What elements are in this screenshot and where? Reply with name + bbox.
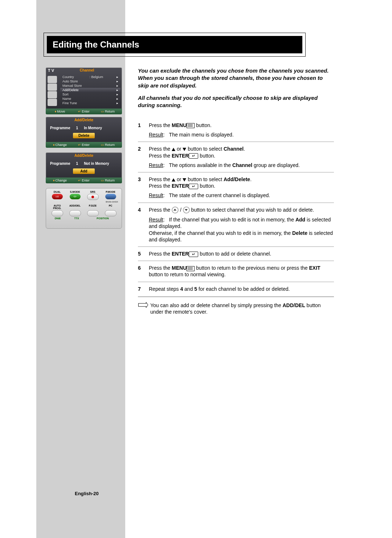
- osd-add-button: Add: [73, 168, 95, 174]
- step-number: 5: [138, 250, 149, 257]
- divider: [138, 282, 334, 282]
- remote-psize-button: [87, 210, 99, 216]
- step-number: 7: [138, 286, 149, 292]
- osd-row-adddelete: Add/Delete▸: [60, 88, 121, 92]
- osd-dialog-title: Add/Delete: [46, 117, 122, 123]
- osd-row-name: Name▸: [60, 97, 121, 101]
- remote-pc-button: [105, 210, 117, 216]
- osd-channel-menu: T VChannel Country: Belgium▸ Auto Store▸…: [46, 68, 122, 114]
- up-arrow-icon: [172, 178, 175, 182]
- osd-tv-label: T V: [48, 68, 54, 73]
- osd-row-sort: Sort▸: [60, 92, 121, 97]
- remote-label-pc: PC: [103, 204, 118, 209]
- step-number: 3: [138, 176, 149, 199]
- enter-icon: [189, 252, 198, 257]
- divider: [138, 172, 334, 172]
- menu-icon: [187, 266, 195, 271]
- result-text: The main menu is displayed.: [169, 132, 234, 138]
- osd-channel-icon: [48, 91, 57, 98]
- enter-icon: [189, 153, 198, 159]
- osd-delete-button: Delete: [73, 133, 95, 138]
- osd-dialog-title: Add/Delete: [46, 152, 122, 159]
- osd-footer: ♦Change ↵Enter ▭Return: [46, 178, 122, 183]
- intro-para-2: All channels that you do not specificall…: [138, 94, 334, 109]
- step-7: 7 Repeat steps 4 and 5 for each channel …: [138, 284, 334, 294]
- channel-up-icon: [172, 207, 179, 213]
- osd-sound-icon: [48, 83, 57, 91]
- remote-dual-button: I-II: [52, 194, 63, 199]
- step-number: 4: [138, 207, 149, 243]
- step-number: 1: [138, 122, 149, 138]
- divider: [138, 203, 334, 203]
- up-arrow-icon: [172, 148, 175, 151]
- step-5: 5 Press the ENTER button to add or delet…: [138, 248, 334, 259]
- remote-diagram: DUAL S.MODE SRS P.MODE I-II •))• BN59-00…: [46, 188, 122, 229]
- osd-menu-title: Channel: [54, 68, 120, 73]
- step-2: 2 Press the or button to select Channel.…: [138, 143, 334, 171]
- divider: [138, 246, 334, 247]
- remote-label-smode: S.MODE: [68, 191, 82, 193]
- step-number: 2: [138, 146, 149, 168]
- remote-model-number: BN59-00434: [48, 201, 119, 203]
- menu-icon: [187, 123, 195, 128]
- intro-para-1: You can exclude the channels you chose f…: [138, 67, 334, 89]
- remote-label-srs: SRS: [86, 191, 100, 193]
- divider: [138, 297, 334, 297]
- note-arrow-icon: [138, 302, 148, 315]
- osd-delete-dialog: Add/Delete Programme1In Memory Delete ♦C…: [46, 117, 122, 148]
- step-1: 1 Press the MENU button. Result:The main…: [138, 120, 334, 140]
- step-6: 6 Press the MENU button to return to the…: [138, 262, 334, 280]
- osd-row-manualstore: Manual Store▸: [60, 83, 121, 88]
- page-title: Editing the Channels: [47, 36, 302, 53]
- page-number: English-20: [75, 491, 99, 496]
- remote-label-adddel: ADD/DEL: [68, 204, 82, 209]
- result-label: Result: [149, 132, 163, 138]
- remote-pmode-button: [105, 194, 116, 199]
- divider: [138, 261, 334, 261]
- remote-label-dual: DUAL: [50, 191, 65, 193]
- osd-row-autostore: Auto Store▸: [60, 79, 121, 83]
- osd-footer: ♦Move ↵Enter ▭Return: [46, 109, 122, 114]
- down-arrow-icon: [183, 178, 186, 182]
- osd-setup-icon: [48, 99, 57, 106]
- channel-down-icon: [183, 207, 190, 213]
- remote-label-ttx: TTX: [69, 217, 84, 220]
- remote-autoprog-button: [52, 210, 63, 216]
- steps-list: 1 Press the MENU button. Result:The main…: [138, 120, 334, 318]
- osd-add-dialog: Add/Delete Programme1Not in Memory Add ♦…: [46, 152, 122, 183]
- osd-row-finetune: Fine Tune▸: [60, 101, 121, 105]
- remote-label-pmode: P.MODE: [103, 191, 118, 193]
- remote-label-autoprog: AUTO PROG.: [50, 204, 65, 209]
- step-3: 3 Press the or button to select Add/Dele…: [138, 174, 334, 201]
- remote-adddel-button: [69, 210, 81, 216]
- note: You can also add or delete channel by si…: [138, 299, 334, 318]
- osd-footer: ♦Change ↵Enter ▭Return: [46, 142, 122, 148]
- osd-row-country: Country: Belgium▸: [60, 75, 121, 79]
- intro-text: You can exclude the channels you chose f…: [138, 67, 334, 114]
- title-box: Editing the Channels: [44, 33, 306, 57]
- step-4: 4 Press the / button to select channel t…: [138, 204, 334, 245]
- down-arrow-icon: [183, 148, 186, 151]
- remote-srs-button: [87, 194, 99, 200]
- step-number: 6: [138, 265, 149, 278]
- remote-label-psize: P.SIZE: [86, 204, 100, 209]
- enter-icon: [189, 184, 198, 189]
- remote-label-position: POSITION: [88, 217, 117, 220]
- remote-smode-button: •))•: [70, 194, 81, 199]
- divider: [138, 142, 334, 142]
- osd-icon-column: [46, 73, 59, 109]
- remote-label-dnie: DNIE: [50, 217, 65, 220]
- osd-picture-icon: [48, 76, 57, 83]
